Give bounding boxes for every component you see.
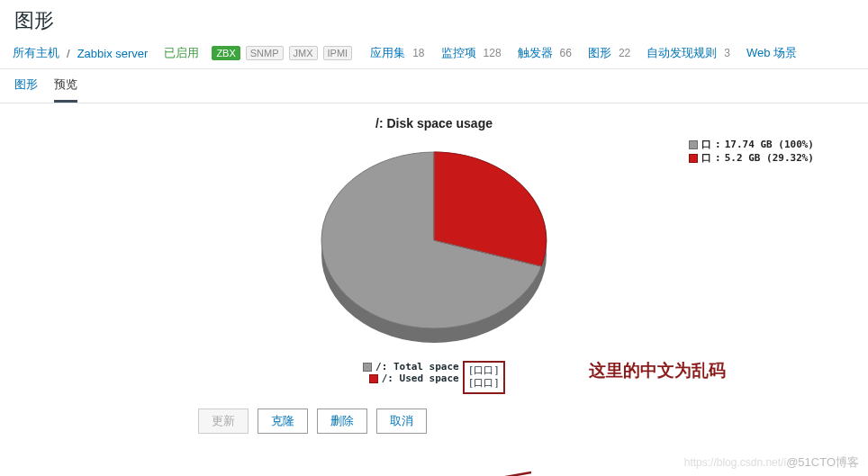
bottom-legend-used-name: /: Used space <box>382 373 459 384</box>
cancel-button[interactable]: 取消 <box>376 409 427 434</box>
legend-used: 口: 5.2 GB (29.32%) <box>689 151 814 165</box>
watermark: https://blog.csdn.net/i@51CTO博客 <box>684 454 859 471</box>
legend-used-value: 5.2 GB (29.32%) <box>725 151 814 165</box>
tab-graph[interactable]: 图形 <box>14 76 38 103</box>
nav-web[interactable]: Web 场景 <box>746 45 797 61</box>
legend-total-value: 17.74 GB (100%) <box>725 138 814 151</box>
pie-chart <box>276 130 592 355</box>
nav-triggers[interactable]: 触发器 <box>518 45 553 61</box>
breadcrumb-host[interactable]: Zabbix server <box>77 47 149 60</box>
discovery-count: 3 <box>724 47 730 59</box>
legend-total-label: 口 <box>701 138 711 151</box>
tabs: 图形 预览 <box>0 69 868 103</box>
tag-snmp: SNMP <box>246 46 284 60</box>
tag-zbx: ZBX <box>212 46 240 60</box>
legend-used-label: 口 <box>701 151 711 165</box>
bottom-legend-used: /: Used space <box>363 373 459 384</box>
swatch-red-icon <box>369 374 378 383</box>
tab-preview[interactable]: 预览 <box>54 76 77 103</box>
garble-annotation-box: [口口] [口口] <box>463 361 505 394</box>
nav-graphs[interactable]: 图形 <box>588 45 611 61</box>
page-title: 图形 <box>0 0 868 41</box>
chart-area: /: Disk space usage 口: 17.74 GB (100%) 口… <box>0 112 868 434</box>
swatch-red-icon <box>689 154 698 163</box>
watermark-left: https://blog.csdn.net/i <box>684 456 786 469</box>
garble-line-1: [口口] <box>468 364 500 377</box>
clone-button[interactable]: 克隆 <box>258 409 308 434</box>
watermark-right: @51CTO博客 <box>786 455 859 469</box>
items-count: 128 <box>484 47 502 59</box>
triggers-count: 66 <box>560 47 572 59</box>
breadcrumb-all-hosts[interactable]: 所有主机 <box>13 45 59 61</box>
annotation-arrow-icon <box>423 467 540 476</box>
separator: / <box>67 47 70 60</box>
applications-count: 18 <box>412 47 424 59</box>
svg-line-4 <box>439 472 531 476</box>
nav-items[interactable]: 监控项 <box>441 45 476 61</box>
delete-button[interactable]: 删除 <box>317 409 367 434</box>
nav-discovery[interactable]: 自动发现规则 <box>646 45 717 61</box>
update-button: 更新 <box>198 409 249 434</box>
bottom-legend-total: /: Total space <box>363 361 459 373</box>
annotation-text: 这里的中文为乱码 <box>589 359 726 382</box>
tag-ipmi: IPMI <box>323 46 353 60</box>
tag-jmx: JMX <box>289 46 318 60</box>
nav-applications[interactable]: 应用集 <box>370 45 405 61</box>
swatch-grey-icon <box>689 140 698 149</box>
status-enabled: 已启用 <box>164 45 199 61</box>
breadcrumb: 所有主机 / Zabbix server 已启用 ZBX SNMP JMX IP… <box>0 41 868 69</box>
graphs-count: 22 <box>619 47 630 59</box>
annotation: 这里的中文为乱码 <box>589 359 726 382</box>
legend-total: 口: 17.74 GB (100%) <box>689 138 814 151</box>
button-row: 更新 克隆 删除 取消 <box>18 394 850 434</box>
swatch-grey-icon <box>363 363 372 372</box>
chart-title: /: Disk space usage <box>18 112 850 130</box>
bottom-legend-total-name: /: Total space <box>375 361 459 373</box>
garble-line-2: [口口] <box>468 377 500 390</box>
legend-right: 口: 17.74 GB (100%) 口: 5.2 GB (29.32%) <box>689 138 814 166</box>
